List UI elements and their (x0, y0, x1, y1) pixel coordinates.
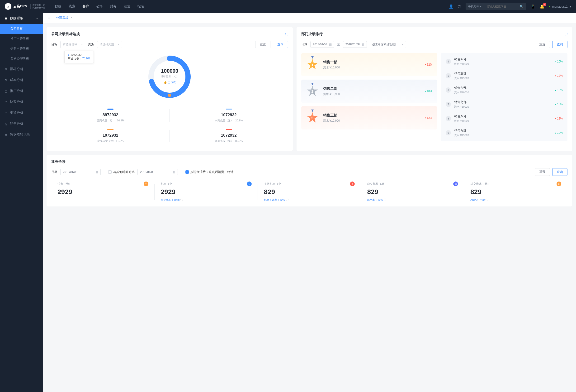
gauge-label: 目标总量（元） (161, 75, 179, 78)
search-input[interactable] (484, 5, 517, 8)
rank-row[interactable]: 9销售九部流水 ¥1902010% (442, 126, 566, 140)
logo[interactable]: ☁ 云朵CRM 教育机构一站 式服务云平台 (5, 3, 45, 10)
menu-icon: ▢ (4, 89, 8, 93)
date2-input[interactable]: 2018/01/08▦ (138, 169, 178, 175)
menu-icon: ◎ (4, 122, 8, 126)
cash-checkbox[interactable]: 按现金消费（返点后消费）统计 (185, 170, 233, 174)
user-menu[interactable]: manager11 ▾ (549, 5, 571, 8)
stat-cell: 1072932应完成量（元） | 8.9% (51, 126, 170, 146)
kpi-card: 有效机会（个）✦829机会有效率：80% ⓘ (258, 181, 361, 202)
date-to-input[interactable]: 2018/01/08▦ (343, 41, 367, 48)
kpi-card: 机会（个）➤2929机会成本：¥948 ⓘ (155, 181, 258, 202)
kpi-card: 成交单数（单）▤829成交率：80% ⓘ (361, 181, 464, 202)
sidebar-item[interactable]: ⌖访客分析 (0, 96, 43, 107)
kpi-icon: ¥ (144, 181, 148, 186)
logo-icon: ☁ (5, 3, 11, 10)
nav-item[interactable]: 财务 (110, 4, 116, 8)
gauge-chart: ● 1072932 所占比例：70.9% 100000 目标总量（元） 已达成 (51, 53, 288, 100)
panel-title: 部门业绩排行 (301, 32, 323, 36)
chevron-up-icon: ︿ (36, 17, 38, 20)
search-icon[interactable]: 🔍 (517, 5, 526, 8)
tab-company-board[interactable]: 公司看板 ✕ (53, 13, 76, 23)
sidebar-item[interactable]: ⚬渠道分析 (0, 107, 43, 118)
menu-icon: ▦ (4, 133, 8, 137)
nav-item[interactable]: 客户 (82, 4, 89, 8)
nav-item[interactable]: 线索 (69, 4, 75, 8)
medal-icon: 1 (306, 58, 319, 71)
logo-text: 云朵CRM (13, 4, 28, 8)
help-icon[interactable]: ⓘ (486, 198, 488, 202)
sidebar-item[interactable]: 客户经理看板 (0, 54, 43, 64)
sidebar-item[interactable]: 推广主管看板 (0, 34, 43, 44)
sidebar-item[interactable]: ▽漏斗分析 (0, 64, 43, 75)
close-icon[interactable]: ✕ (70, 16, 72, 19)
nav-item[interactable]: 报名 (138, 4, 144, 8)
rank-card[interactable]: 2销售二部流水 ¥10,90010% (301, 80, 437, 103)
nav-icons: 👤 ✆ (449, 4, 461, 9)
search-box: 手机号码 ▾ 🔍 (466, 3, 526, 10)
sidebar-item[interactable]: ◎销售分析 (0, 118, 43, 129)
rank-card[interactable]: 1销售一部流水 ¥10,90012% (301, 53, 437, 76)
panel-title: 公司业绩目标达成 (51, 32, 80, 36)
logo-subtitle: 教育机构一站 式服务云平台 (30, 4, 45, 9)
sidebar: ▣ 数据看板 ︿ 公司看板推广主管看板销售主管看板客户经理看板 ▽漏斗分析⟳成本… (0, 13, 43, 392)
rank-row[interactable]: 6销售六部流水 ¥1902010% (442, 83, 566, 97)
help-icon[interactable]: ⓘ (180, 198, 183, 202)
menu-icon: ▽ (4, 67, 8, 71)
panel-title: 业务全景 (51, 159, 65, 164)
stat-cell: 8972932已完成量（元） | 70.9% (51, 105, 170, 126)
user-icon[interactable]: 👤 (449, 4, 454, 9)
date-from-input[interactable]: 2018/01/08▦ (310, 41, 334, 48)
sidebar-item[interactable]: ▦数据流转记录 (0, 129, 43, 140)
phone-icon[interactable]: ✆ (458, 4, 461, 9)
reset-button[interactable]: 重置 (535, 41, 550, 48)
username: manager11 (552, 5, 568, 8)
period-label: 周期 (88, 42, 94, 47)
rank-row[interactable]: 7销售七部流水 ¥1902010% (442, 97, 566, 111)
date1-input[interactable]: 2018/01/08▦ (60, 169, 101, 175)
rank-panel: 部门业绩排行 ⛶ 日期 2018/01/08▦ 至 2018/01/08▦ 按工… (296, 27, 572, 151)
sidebar-item[interactable]: ⟳成本分析 (0, 75, 43, 86)
rank-row[interactable]: 5销售五部流水 ¥1902012% (442, 69, 566, 83)
kpi-icon: ▤ (453, 181, 458, 186)
target-label: 目标 (51, 42, 58, 47)
kpi-icon: ≡ (556, 181, 561, 186)
help-icon[interactable]: ⓘ (384, 198, 386, 202)
query-button[interactable]: 查询 (552, 168, 568, 176)
to-label: 至 (337, 43, 340, 47)
expand-icon[interactable]: ⛶ (565, 32, 568, 36)
mobile-icon[interactable]: 📱 (531, 4, 535, 9)
rank-row[interactable]: 4销售四部流水 ¥1902010% (442, 54, 566, 69)
bell-icon[interactable]: 🔔 (540, 4, 545, 9)
nav-item[interactable]: 公海 (96, 4, 103, 8)
medal-icon: 2 (306, 85, 319, 98)
kpi-card: 成交流水（元）≡829ARPU：¥80 ⓘ (464, 181, 568, 202)
period-select[interactable]: 请选择周期▾ (97, 41, 122, 48)
stat-by-select[interactable]: 按工单客户经理统计▾ (370, 41, 406, 48)
chevron-down-icon: ▾ (570, 5, 571, 8)
dashboard-icon: ▣ (4, 17, 8, 20)
target-select[interactable]: 请选择目标▾ (60, 41, 85, 48)
business-panel: 业务全景 日期 2018/01/08▦ 与其他时间对比 2018/01/08▦ … (47, 155, 572, 207)
reset-button[interactable]: 重置 (255, 41, 270, 48)
query-button[interactable]: 查询 (552, 41, 568, 48)
nav-items: 数据线索客户公海财务运营报名 (55, 4, 449, 8)
help-icon[interactable]: ⓘ (286, 198, 288, 202)
query-button[interactable]: 查询 (273, 41, 288, 48)
achieved-badge: 已达成 (164, 81, 176, 84)
nav-item[interactable]: 运营 (124, 4, 130, 8)
goal-panel: 公司业绩目标达成 ⛶ 目标 请选择目标▾ 周期 请选择周期▾ 重置 查询 ● 1… (47, 27, 293, 151)
rank-row[interactable]: 8销售八部流水 ¥1902012% (442, 111, 566, 126)
sidebar-item[interactable]: ▢推广分析 (0, 86, 43, 96)
reset-button[interactable]: 重置 (535, 168, 550, 176)
sidebar-item[interactable]: 公司看板 (0, 24, 43, 34)
rank-card[interactable]: 3销售三部流水 ¥10,90012% (301, 106, 437, 129)
nav-item[interactable]: 数据 (55, 4, 61, 8)
sidebar-group-dashboard[interactable]: ▣ 数据看板 ︿ (0, 13, 43, 24)
compare-checkbox[interactable]: 与其他时间对比 (108, 170, 135, 174)
search-type-select[interactable]: 手机号码 ▾ (466, 4, 484, 8)
kpi-icon: ➤ (247, 181, 252, 186)
menu-icon[interactable]: ☰ (45, 16, 53, 20)
expand-icon[interactable]: ⛶ (285, 32, 288, 36)
sidebar-item[interactable]: 销售主管看板 (0, 44, 43, 54)
